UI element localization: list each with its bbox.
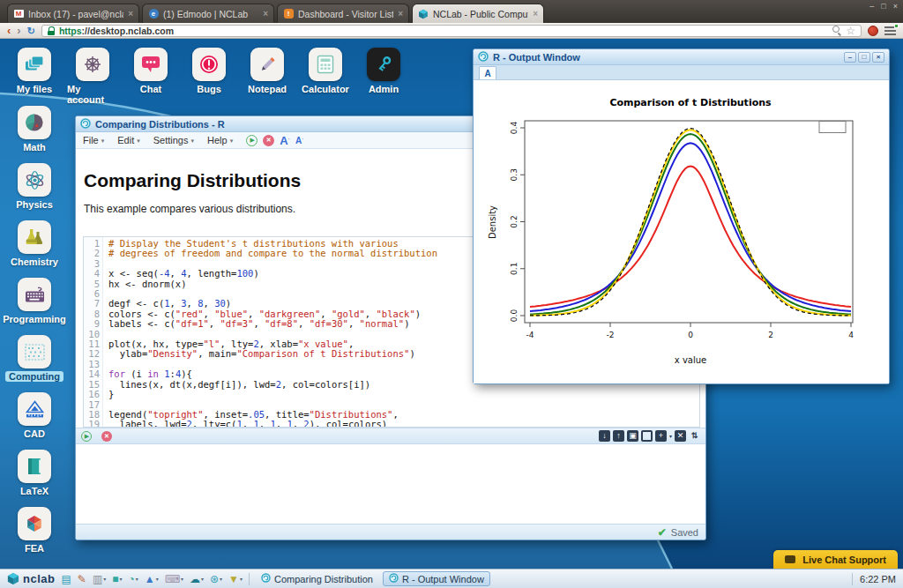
clear-cell-icon[interactable] — [641, 430, 653, 442]
maximize-icon[interactable]: □ — [881, 2, 885, 11]
reload-button[interactable]: ↻ — [27, 26, 35, 36]
back-button[interactable]: ‹ — [7, 26, 11, 36]
minimize-icon[interactable]: – — [869, 2, 874, 11]
move-cell-down-icon[interactable]: ↓ — [599, 430, 610, 442]
output-window-titlebar[interactable]: R - Output Window –□× — [474, 49, 889, 65]
dropdown-arrow-icon[interactable]: ▾ — [136, 576, 138, 582]
forward-button[interactable]: › — [17, 26, 20, 36]
run-button[interactable]: ▶ — [246, 135, 257, 146]
quicklaunch-latex[interactable]: ■▾ — [112, 574, 122, 584]
dock-label: Bugs — [197, 84, 221, 94]
tab-close-icon[interactable]: × — [263, 9, 268, 19]
dock-item-notepad[interactable]: Notepad — [242, 48, 293, 105]
quicklaunch-printer[interactable]: ▥▾ — [93, 574, 106, 584]
dock-item-math[interactable]: Math — [9, 106, 60, 153]
code-window-statusbar: ✔ Saved — [76, 524, 705, 540]
dock-item-my-files[interactable]: My files — [9, 48, 60, 105]
dock-item-physics[interactable]: Physics — [9, 163, 60, 210]
quicklaunch-my-files[interactable]: ▤ — [61, 574, 71, 584]
move-cell-up-icon[interactable]: ↑ — [613, 430, 624, 442]
browser-tab-1[interactable]: MInbox (17) - pavel@nclab× — [7, 4, 139, 23]
dock-item-programming[interactable]: Programming — [9, 278, 60, 324]
output-window-title: R - Output Window — [493, 52, 580, 63]
stop-button[interactable]: ✕ — [263, 135, 274, 146]
programming-icon: ⌨ — [165, 574, 180, 584]
dropdown-arrow-icon[interactable]: ▾ — [201, 576, 204, 582]
output-window-controls: –□× — [844, 52, 884, 63]
chat-icon — [134, 48, 168, 81]
quicklaunch-cad[interactable]: ▲▾ — [145, 574, 159, 584]
add-cell-icon[interactable]: + — [655, 430, 667, 442]
output-tab-row: A — [474, 65, 889, 80]
dock-item-chat[interactable]: Chat — [125, 48, 176, 105]
dropdown-arrow-icon[interactable]: ▾ — [103, 576, 106, 582]
tab-title: NCLab - Public Computing — [433, 9, 528, 19]
quicklaunch-chemistry[interactable]: ▼▾ — [228, 574, 243, 584]
output-close-icon[interactable]: × — [872, 52, 884, 63]
menu-settings[interactable]: Settings — [153, 135, 194, 145]
adblock-icon[interactable] — [868, 26, 878, 36]
dock-item-computing[interactable]: Computing — [9, 335, 60, 382]
address-bar[interactable]: https://desktop.nclab.com ☆ — [41, 25, 862, 37]
tab-close-icon[interactable]: × — [128, 9, 133, 19]
collapse-cell-icon[interactable]: ⇅ — [689, 430, 700, 442]
bookmark-star-icon[interactable]: ☆ — [846, 26, 855, 35]
menu-help[interactable]: Help — [207, 135, 233, 145]
dropdown-arrow-icon[interactable]: ▾ — [156, 576, 159, 582]
browser-window-controls[interactable]: –□× — [869, 2, 898, 11]
dock-item-my-account[interactable]: My account — [67, 48, 118, 105]
dock-item-chemistry[interactable]: Chemistry — [9, 220, 60, 267]
line-number: 16 — [84, 390, 100, 399]
font-increase-button[interactable]: A — [280, 134, 290, 147]
dock-item-bugs[interactable]: Bugs — [183, 48, 235, 105]
nclab-logo[interactable]: nclab — [7, 572, 55, 585]
quicklaunch-notepad[interactable]: ✎ — [78, 574, 86, 584]
output-maximize-icon[interactable]: □ — [858, 52, 870, 63]
dock-item-calculator[interactable]: Calculator — [300, 48, 351, 105]
live-chat-label: Live Chat Support — [802, 555, 886, 565]
browser-tab-3[interactable]: !Dashboard - Visitor List× — [277, 4, 409, 23]
menu-edit[interactable]: Edit — [117, 135, 139, 145]
taskbar-window-1[interactable]: Comparing Distribution — [256, 572, 378, 585]
quicklaunch-physics[interactable]: ⊛▾ — [210, 574, 222, 584]
dropdown-arrow-icon[interactable]: ▾ — [240, 576, 243, 582]
browser-tab-2[interactable]: e(1) Edmodo | NCLab× — [142, 4, 274, 23]
dock-item-fea[interactable]: FEA — [9, 507, 60, 554]
output-tab-a[interactable]: A — [479, 66, 496, 79]
live-chat-button[interactable]: Live Chat Support — [773, 550, 898, 569]
duplicate-cell-icon[interactable]: ▣ — [627, 430, 638, 442]
dropdown-arrow-icon[interactable]: ▾ — [119, 576, 122, 582]
cell-stop-button[interactable]: ✕ — [101, 431, 112, 442]
tab-close-icon[interactable]: × — [533, 9, 538, 19]
taskbar-clock: 6:22 PM — [860, 574, 896, 584]
svg-text:2: 2 — [768, 331, 773, 339]
dock-item-cad[interactable]: CAD — [9, 392, 60, 439]
tab-strip: MInbox (17) - pavel@nclab×e(1) Edmodo | … — [0, 0, 903, 23]
quicklaunch-math[interactable]: ◔▾ — [129, 574, 138, 584]
computing-icon — [18, 335, 51, 368]
browser-tab-4[interactable]: NCLab - Public Computing× — [412, 4, 544, 23]
dock-item-latex[interactable]: LaTeX — [9, 450, 60, 496]
search-icon[interactable] — [832, 26, 841, 35]
browser-menu-icon[interactable] — [884, 26, 896, 35]
taskbar-window-2[interactable]: R - Output Window — [383, 571, 490, 586]
svg-text:0.0: 0.0 — [510, 309, 519, 323]
font-decrease-button[interactable]: A — [295, 136, 304, 145]
dock-item-admin[interactable]: Admin — [358, 48, 409, 105]
dropdown-arrow-icon[interactable]: ▾ — [220, 576, 222, 582]
output-minimize-icon[interactable]: – — [844, 52, 856, 63]
menu-file[interactable]: File — [83, 135, 104, 145]
cell-run-button[interactable]: ▶ — [81, 431, 92, 442]
tab-close-icon[interactable]: × — [398, 9, 403, 19]
delete-cell-icon[interactable]: ✕ — [675, 430, 686, 442]
dropdown-arrow-icon[interactable]: ▾ — [181, 576, 183, 582]
quicklaunch-computing[interactable]: ☁▾ — [190, 574, 204, 584]
top-dock: My filesMy accountChatBugsNotepadCalcula… — [9, 48, 409, 105]
add-cell-dropdown-icon[interactable]: ▾ — [669, 433, 672, 439]
chemistry-icon — [18, 220, 51, 254]
physics-icon — [18, 163, 51, 197]
quicklaunch-programming[interactable]: ⌨▾ — [165, 574, 183, 584]
svg-text:0.3: 0.3 — [510, 168, 519, 181]
close-icon[interactable]: × — [893, 2, 898, 11]
physics-icon: ⊛ — [210, 574, 219, 584]
